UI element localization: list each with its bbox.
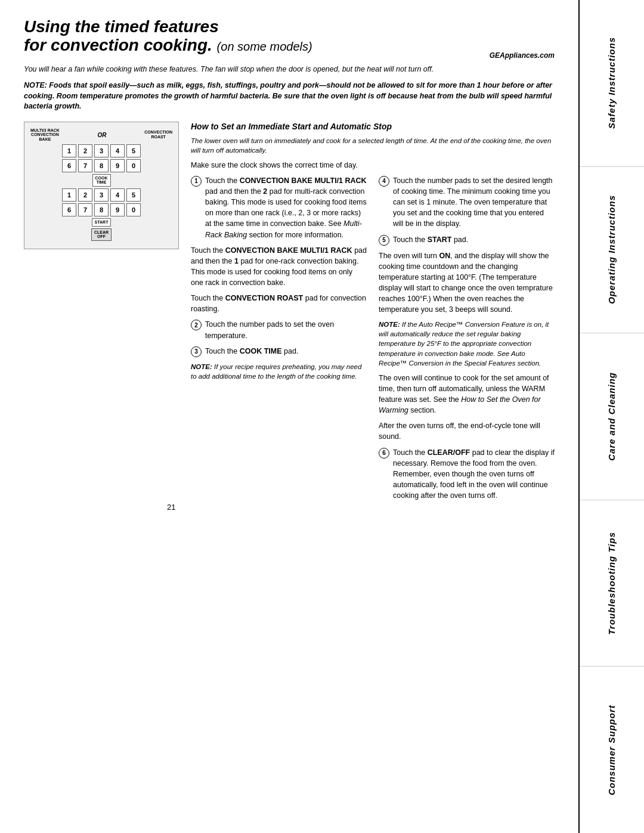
step-num-2: 2 (191, 320, 202, 330)
note-auto-recipe: NOTE: If the Auto Recipe™ Conversion Fea… (379, 320, 555, 367)
step-content-5: Touch the START pad. (393, 234, 555, 245)
or-label: OR (98, 132, 107, 138)
key-3a[interactable]: 3 (94, 144, 109, 157)
step-num-3: 3 (191, 346, 202, 357)
title-line2: for convection cooking. (24, 36, 212, 54)
key-row-1-top: 1 2 3 4 5 (30, 144, 172, 157)
step-content-1: Touch the CONVECTION BAKE MULTI/1 RACK p… (205, 175, 367, 240)
step-num-6: 6 (379, 448, 389, 459)
convection-bake-multi-text: Touch the CONVECTION BAKE MULTI/1 RACK p… (191, 245, 367, 289)
two-column-layout: MULTI/3 RACKCONVECTIONBAKE OR CONVECTION… (24, 122, 555, 506)
step-content-2: Touch the number pads to set the oven te… (205, 319, 367, 340)
steps-left: 1 Touch the CONVECTION BAKE MULTI/1 RACK… (191, 175, 367, 506)
step-2: 2 Touch the number pads to set the oven … (191, 319, 367, 340)
step-content-4: Touch the number pads to set the desired… (393, 175, 555, 230)
step-num-4: 4 (379, 176, 389, 187)
step-5: 5 Touch the START pad. (379, 234, 555, 246)
keypad-label-left: MULTI/3 RACKCONVECTIONBAKE (30, 128, 60, 142)
step-content-3: Touch the COOK TIME pad. (205, 346, 367, 357)
step-num-1: 1 (191, 176, 202, 187)
sidebar-section-safety: Safety Instructions (580, 0, 644, 167)
sidebar-section-care: Care and Cleaning (580, 333, 644, 500)
step-num-5: 5 (379, 235, 389, 246)
oven-on-text: The oven will turn ON, and the display w… (379, 250, 555, 315)
title-line1: Using the timed features (24, 17, 219, 36)
after-off-text: After the oven turns off, the end-of-cyc… (379, 420, 555, 442)
key-row-2-bottom: 6 7 8 9 0 (30, 203, 172, 216)
step-1: 1 Touch the CONVECTION BAKE MULTI/1 RACK… (191, 175, 367, 240)
key-1b[interactable]: 1 (62, 188, 76, 202)
key-7b[interactable]: 7 (78, 203, 92, 216)
step-4: 4 Touch the number pads to set the desir… (379, 175, 555, 230)
note-label: NOTE: (24, 81, 47, 89)
key-9a[interactable]: 9 (110, 159, 125, 172)
key-6b[interactable]: 6 (62, 203, 76, 216)
steps-right: 4 Touch the number pads to set the desir… (379, 175, 555, 506)
right-column: How to Set an Immediate Start and Automa… (191, 122, 555, 506)
sidebar-label-troubleshooting: Troubleshooting Tips (606, 532, 617, 635)
key-2b[interactable]: 2 (78, 188, 92, 202)
key-0a[interactable]: 0 (126, 159, 141, 172)
key-0b[interactable]: 0 (126, 203, 141, 216)
sidebar-section-troubleshooting: Troubleshooting Tips (580, 500, 644, 667)
key-3b[interactable]: 3 (94, 188, 109, 202)
key-row-1-bottom: 6 7 8 9 0 (30, 159, 172, 172)
right-sidebar: Safety Instructions Operating Instructio… (578, 0, 644, 833)
sidebar-label-care: Care and Cleaning (606, 372, 617, 461)
left-column: MULTI/3 RACKCONVECTIONBAKE OR CONVECTION… (24, 122, 179, 506)
key-7a[interactable]: 7 (78, 159, 92, 172)
key-5a[interactable]: 5 (126, 144, 141, 157)
key-8a[interactable]: 8 (94, 159, 109, 172)
key-8b[interactable]: 8 (94, 203, 109, 216)
key-5b[interactable]: 5 (126, 188, 141, 202)
header-row: Using the timed features for convection … (24, 18, 555, 60)
make-sure-text: Make sure the clock shows the correct ti… (191, 160, 555, 171)
steps-two-col: 1 Touch the CONVECTION BAKE MULTI/1 RACK… (191, 175, 555, 506)
key-2a[interactable]: 2 (78, 144, 92, 157)
clear-off-label: CLEAROFF (91, 228, 112, 241)
oven-continue-text: The oven will continue to cook for the s… (379, 373, 555, 416)
note-preheating: NOTE: If your recipe requires preheating… (191, 362, 367, 381)
sidebar-section-operating: Operating Instructions (580, 167, 644, 334)
website-label: GEAppliances.com (490, 51, 555, 60)
key-1a[interactable]: 1 (62, 144, 76, 157)
note-body: Foods that spoil easily—such as milk, eg… (24, 81, 552, 110)
convection-roast-text: Touch the CONVECTION ROAST pad for conve… (191, 293, 367, 314)
sidebar-label-consumer: Consumer Support (606, 705, 617, 795)
step-content-6: Touch the CLEAR/OFF pad to clear the dis… (393, 447, 555, 501)
page-title: Using the timed features for convection … (24, 18, 312, 55)
key-4b[interactable]: 4 (110, 188, 125, 202)
key-row-2-top: 1 2 3 4 5 (30, 188, 172, 202)
sidebar-label-safety: Safety Instructions (606, 37, 617, 129)
key-9b[interactable]: 9 (110, 203, 125, 216)
note-text: NOTE: Foods that spoil easily—such as mi… (24, 80, 555, 112)
cook-time-label: COOKTIME (92, 174, 111, 187)
section-heading: How to Set an Immediate Start and Automa… (191, 122, 555, 131)
title-subtitle: (on some models) (217, 40, 312, 53)
key-6a[interactable]: 6 (62, 159, 76, 172)
keypad-top-labels: MULTI/3 RACKCONVECTIONBAKE OR CONVECTION… (30, 128, 172, 142)
step-italic-intro: The lower oven will turn on immediately … (191, 136, 555, 155)
main-content: Using the timed features for convection … (0, 0, 572, 524)
key-4a[interactable]: 4 (110, 144, 125, 157)
page-number: 21 (167, 503, 175, 512)
start-label: START (92, 218, 112, 227)
intro-text: You will hear a fan while cooking with t… (24, 64, 555, 75)
sidebar-label-operating: Operating Instructions (606, 195, 617, 304)
step-3: 3 Touch the COOK TIME pad. (191, 346, 367, 357)
sidebar-section-consumer: Consumer Support (580, 667, 644, 833)
keypad-illustration: MULTI/3 RACKCONVECTIONBAKE OR CONVECTION… (24, 122, 179, 250)
step-6: 6 Touch the CLEAR/OFF pad to clear the d… (379, 447, 555, 501)
keypad-label-right: CONVECTIONROAST (144, 130, 172, 139)
